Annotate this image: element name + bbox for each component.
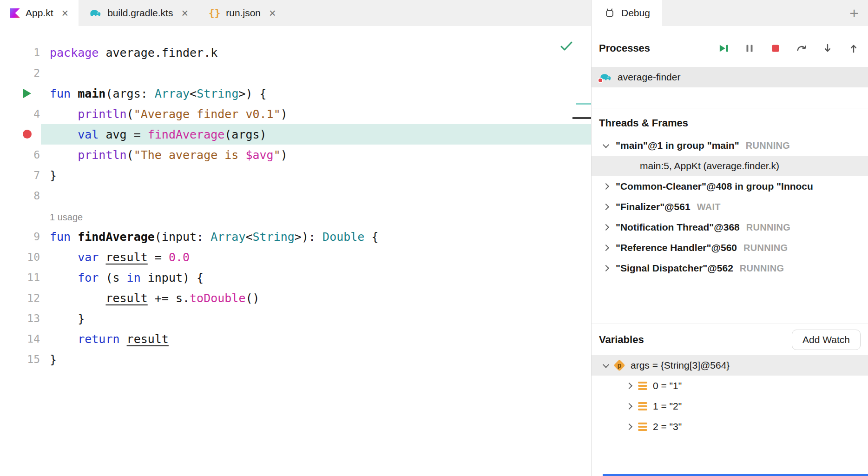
inspection-check-icon[interactable] <box>559 40 573 52</box>
usage-hint[interactable]: 1 usage <box>50 212 83 222</box>
code-token: (input: <box>155 230 210 244</box>
chevron-right-icon[interactable] <box>626 403 632 410</box>
line-number[interactable]: 8 <box>0 185 41 206</box>
process-row[interactable]: average-finder <box>592 67 868 87</box>
line-number[interactable]: 6 <box>0 145 41 165</box>
line-number[interactable]: 4 <box>0 104 41 124</box>
debug-panel-header: Debug + <box>592 0 868 26</box>
code-editor[interactable]: 1 package average.finder.k 2 fun main(ar… <box>0 26 591 476</box>
code-token: package <box>50 46 99 60</box>
stack-frame-row[interactable]: main:5, AppKt (average.finder.k) <box>592 156 868 176</box>
stack-frame-text: main:5, AppKt (average.finder.k) <box>640 160 779 172</box>
code-token: Array <box>210 230 245 244</box>
code-line[interactable]: val avg = findAverage(args) <box>0 124 591 145</box>
debug-indicator-dot <box>598 78 603 83</box>
variable-text: 1 = "2" <box>653 401 682 412</box>
stop-icon[interactable] <box>769 42 782 54</box>
line-number[interactable]: 9 <box>0 226 41 247</box>
code-line[interactable]: 1 usage <box>0 206 591 226</box>
thread-row[interactable]: "main"@1 in group "main" RUNNING <box>592 135 868 156</box>
thread-name: "Finalizer"@561 <box>616 201 690 212</box>
close-icon[interactable]: × <box>181 7 188 19</box>
add-tab-icon[interactable]: + <box>849 0 859 26</box>
code-line[interactable]: 12 result += s.toDouble() <box>0 288 591 308</box>
thread-row[interactable]: "Notification Thread"@368 RUNNING <box>592 217 868 238</box>
line-number[interactable]: 2 <box>0 63 41 83</box>
code-token: (args) <box>224 128 266 141</box>
code-token: 0.0 <box>169 251 190 264</box>
code-token: for <box>78 271 99 284</box>
line-number[interactable]: 14 <box>0 329 41 349</box>
chevron-right-icon[interactable] <box>626 383 632 389</box>
run-icon[interactable] <box>23 89 31 98</box>
chevron-right-icon[interactable] <box>603 224 609 231</box>
code-line[interactable]: 15 } <box>0 349 591 370</box>
editor-tab[interactable]: {} run.json × <box>198 0 286 26</box>
array-item-icon <box>638 422 647 432</box>
chevron-right-icon[interactable] <box>603 265 609 271</box>
code-line[interactable]: 1 package average.finder.k <box>0 42 591 63</box>
variable-row[interactable]: 0 = "1" <box>592 376 868 396</box>
add-watch-button[interactable]: Add Watch <box>792 330 861 350</box>
tab-label: build.gradle.kts <box>107 7 173 19</box>
step-over-icon[interactable] <box>796 42 808 54</box>
line-number[interactable] <box>0 83 41 104</box>
code-line[interactable]: 4 println("Average finder v0.1") <box>0 104 591 124</box>
code-line[interactable]: 10 var result = 0.0 <box>0 247 591 267</box>
code-token: = <box>148 251 169 264</box>
editor-tab[interactable]: build.gradle.kts × <box>79 0 198 26</box>
step-out-icon[interactable] <box>848 42 860 54</box>
thread-row[interactable]: "Signal Dispatcher"@562 RUNNING <box>592 258 868 278</box>
line-number[interactable]: 12 <box>0 288 41 308</box>
code-line[interactable]: 9 fun findAverage(input: Array<String>):… <box>0 226 591 247</box>
thread-row[interactable]: "Finalizer"@561 WAIT <box>592 197 868 217</box>
variable-row[interactable]: 1 = "2" <box>592 396 868 416</box>
chevron-down-icon[interactable] <box>603 142 609 148</box>
code-line[interactable]: 13 } <box>0 308 591 329</box>
variable-row[interactable]: 2 = "3" <box>592 416 868 437</box>
line-number[interactable]: 10 <box>0 247 41 267</box>
close-icon[interactable]: × <box>62 7 69 19</box>
pause-icon[interactable] <box>743 42 756 54</box>
variable-row[interactable]: p args = {String[3]@564} <box>592 355 868 376</box>
variable-text: 0 = "1" <box>653 380 682 391</box>
thread-row[interactable]: "Reference Handler"@560 RUNNING <box>592 238 868 258</box>
code-line[interactable]: 2 <box>0 63 591 83</box>
chevron-right-icon[interactable] <box>626 423 632 430</box>
line-number[interactable]: 7 <box>0 165 41 185</box>
line-number[interactable] <box>0 124 41 145</box>
code-token: println <box>78 148 126 162</box>
chevron-down-icon[interactable] <box>603 362 609 368</box>
code-line[interactable]: 11 for (s in input) { <box>0 267 591 288</box>
processes-title: Processes <box>599 42 650 54</box>
code-line[interactable]: fun main(args: Array<String>) { <box>0 83 591 104</box>
line-number[interactable]: 15 <box>0 349 41 370</box>
tab-label: run.json <box>226 7 261 19</box>
thread-name: "Signal Dispatcher"@562 <box>616 263 733 274</box>
thread-row[interactable]: "Common-Cleaner"@408 in group "Innocu <box>592 176 868 197</box>
line-number[interactable] <box>0 206 41 226</box>
code-line[interactable]: 14 return result <box>0 329 591 349</box>
line-number[interactable]: 13 <box>0 308 41 329</box>
code-token: (s <box>99 271 126 284</box>
resume-icon[interactable] <box>717 42 730 54</box>
step-into-icon[interactable] <box>822 42 834 54</box>
code-line[interactable]: 7 } <box>0 165 591 185</box>
chevron-right-icon[interactable] <box>603 183 609 190</box>
line-number[interactable]: 11 <box>0 267 41 288</box>
panel-resize-indicator[interactable] <box>603 474 868 476</box>
breakpoint-icon[interactable] <box>23 130 32 139</box>
close-icon[interactable]: × <box>269 7 276 19</box>
code-line[interactable]: 6 println("The average is $avg") <box>0 145 591 165</box>
thread-name: "Notification Thread"@368 <box>616 222 740 233</box>
code-line[interactable]: 8 <box>0 185 591 206</box>
code-token: result <box>105 291 147 305</box>
chevron-right-icon[interactable] <box>603 204 609 210</box>
code-token: "The average is <box>134 148 246 162</box>
chevron-right-icon[interactable] <box>603 245 609 251</box>
line-number[interactable]: 1 <box>0 42 41 63</box>
code-text: for (s in input) { <box>50 271 204 284</box>
editor-tab[interactable]: App.kt × <box>0 0 79 26</box>
code-area: 1 package average.finder.k 2 fun main(ar… <box>0 42 591 370</box>
tab-debug[interactable]: Debug <box>592 0 662 26</box>
